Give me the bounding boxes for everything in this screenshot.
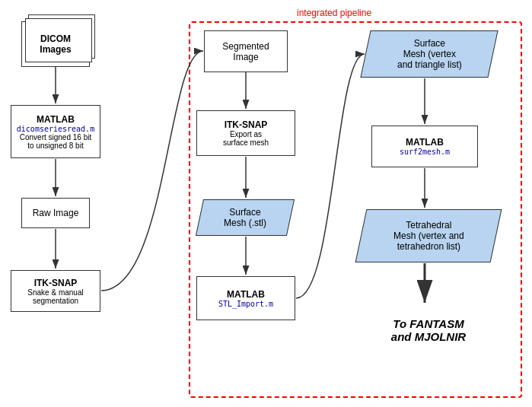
dicom-box: DICOM Images [21, 21, 90, 67]
dicom-line1: DICOM [40, 33, 71, 44]
raw-image-label: Raw Image [33, 208, 79, 218]
segmented-box: Segmented Image [204, 30, 288, 72]
segmented-label: Segmented Image [209, 41, 282, 62]
fantasm-box: To FANTASM and MJOLNIR [364, 304, 493, 356]
surface-stl-inner: Surface Mesh (.stl) [224, 207, 266, 228]
tetrahedral-inner: Tetrahedral Mesh (vertex and tetrahedron… [393, 220, 464, 252]
surface-vt-line2: Mesh (vertex [397, 49, 462, 59]
matlab1-desc2: to unsigned 8 bit [27, 141, 83, 150]
surface-stl-line1: Surface [224, 207, 266, 218]
fantasm-line1: To FANTASM [393, 317, 464, 330]
dicom-line2: Images [40, 44, 71, 55]
matlab1-label: MATLAB [37, 114, 75, 125]
matlab3-label: MATLAB [406, 137, 444, 148]
tetrahedral-line1: Tetrahedral [393, 220, 464, 231]
matlab1-desc1: Convert signed 16 bit [20, 133, 92, 141]
fantasm-line2: and MJOLNIR [391, 330, 466, 343]
itksnap1-desc: Snake & manual segmentation [16, 288, 95, 305]
itksnap2-desc1: Export as [230, 130, 262, 138]
itksnap2-box: ITK-SNAP Export as surface mesh [196, 110, 295, 156]
surface-stl-line2: Mesh (.stl) [224, 218, 266, 228]
matlab3-box: MATLAB surf2mesh.m [371, 126, 478, 167]
raw-image-box: Raw Image [21, 198, 90, 228]
itksnap1-label: ITK-SNAP [34, 278, 78, 288]
pipeline-label: integrated pipeline [297, 8, 371, 18]
surface-vt-line3: and triangle list) [397, 59, 462, 70]
matlab2-box: MATLAB STL_Import.m [196, 276, 295, 320]
tetrahedral-line2: Mesh (vertex and [393, 231, 464, 241]
itksnap2-label: ITK-SNAP [225, 119, 268, 130]
matlab2-label: MATLAB [227, 289, 265, 300]
matlab2-code: STL_Import.m [218, 300, 273, 308]
surface-vt-inner: Surface Mesh (vertex and triangle list) [397, 38, 462, 70]
matlab1-box: MATLAB dicomseriesread.m Convert signed … [11, 105, 100, 158]
matlab3-code: surf2mesh.m [400, 148, 450, 156]
surface-stl-para: Surface Mesh (.stl) [196, 199, 295, 236]
tetrahedral-para: Tetrahedral Mesh (vertex and tetrahedron… [355, 209, 502, 262]
matlab1-code: dicomseriesread.m [17, 125, 94, 133]
itksnap1-box: ITK-SNAP Snake & manual segmentation [11, 270, 100, 312]
tetrahedral-line3: tetrahedron list) [393, 241, 464, 252]
surface-vt-line1: Surface [397, 38, 462, 49]
surface-vt-para: Surface Mesh (vertex and triangle list) [360, 30, 498, 78]
itksnap2-desc2: surface mesh [223, 138, 269, 147]
diagram: integrated pipeline DICOM Images MATLAB … [0, 0, 532, 407]
